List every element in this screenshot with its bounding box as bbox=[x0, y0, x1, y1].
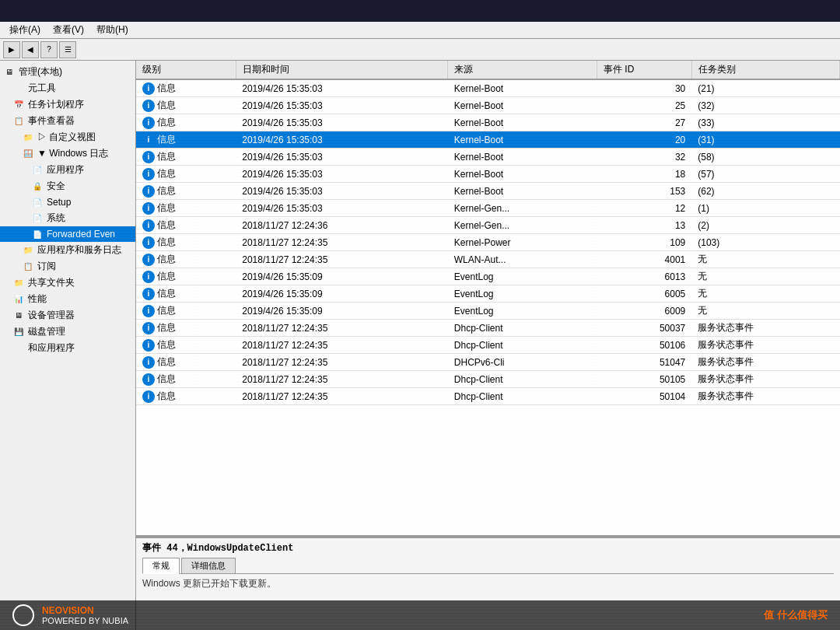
table-row[interactable]: i 信息2019/4/26 15:35:09EventLog6013无 bbox=[136, 268, 840, 285]
menu-item-view[interactable]: 查看(V) bbox=[47, 22, 90, 38]
watermark-left: NEOVISION POWERED BY NUBIA bbox=[12, 604, 128, 626]
cell-eventid: 32 bbox=[597, 149, 692, 166]
watermark-brand: NEOVISION bbox=[42, 605, 128, 616]
cell-category: (2) bbox=[691, 217, 839, 234]
subscription-icon: 📋 bbox=[22, 261, 34, 273]
col-header-source[interactable]: 来源 bbox=[448, 61, 597, 79]
table-row[interactable]: i 信息2019/4/26 15:35:03Kernel-Boot153(62) bbox=[136, 183, 840, 200]
col-header-eventid[interactable]: 事件 ID bbox=[597, 61, 692, 79]
forwarded-icon: 📄 bbox=[31, 228, 44, 240]
sidebar-item-forwarded[interactable]: 📄 Forwarded Even bbox=[0, 226, 135, 242]
sidebar-item-apps[interactable]: 和应用程序 bbox=[0, 340, 135, 356]
sidebar-item-event-viewer[interactable]: 📋 事件查看器 bbox=[0, 113, 135, 129]
cell-category: 服务状态事件 bbox=[691, 371, 839, 388]
cell-datetime: 2019/4/26 15:35:09 bbox=[236, 303, 448, 320]
sidebar-item-setup[interactable]: 📄 Setup bbox=[0, 194, 135, 210]
watermark-bar: NEOVISION POWERED BY NUBIA 值 什么值得买 bbox=[0, 600, 840, 630]
sidebar-item-shared-folder[interactable]: 📁 共享文件夹 bbox=[0, 275, 135, 291]
windows-log-icon: 🪟 bbox=[22, 148, 34, 160]
cell-eventid: 27 bbox=[597, 114, 692, 131]
sidebar-item-windows-log[interactable]: 🪟 ▼ Windows 日志 bbox=[0, 145, 135, 162]
sidebar-item-app-service-log[interactable]: 📁 应用程序和服务日志 bbox=[0, 242, 135, 258]
table-row[interactable]: i 信息2019/4/26 15:35:03Kernel-Boot18(57) bbox=[136, 166, 840, 183]
toolbar-btn-3[interactable]: ? bbox=[40, 41, 58, 58]
table-row[interactable]: i 信息2019/4/26 15:35:03Kernel-Boot27(33) bbox=[136, 114, 840, 131]
cell-datetime: 2019/4/26 15:35:03 bbox=[236, 131, 448, 149]
table-row[interactable]: i 信息2018/11/27 12:24:36Kernel-Gen...13(2… bbox=[136, 217, 840, 234]
cell-level: i 信息 bbox=[136, 285, 236, 303]
table-row[interactable]: i 信息2019/4/26 15:35:03Kernel-Boot25(32) bbox=[136, 97, 840, 114]
cell-eventid: 18 bbox=[597, 166, 692, 183]
table-row[interactable]: i 信息2018/11/27 12:24:35Dhcp-Client50104服… bbox=[136, 388, 840, 405]
security-icon: 🔒 bbox=[31, 180, 44, 193]
sidebar-item-application[interactable]: 📄 应用程序 bbox=[0, 162, 135, 178]
col-header-level[interactable]: 级别 bbox=[136, 61, 236, 79]
table-row[interactable]: i 信息2019/4/26 15:35:03Kernel-Boot30(21) bbox=[136, 79, 840, 97]
table-row[interactable]: i 信息2019/4/26 15:35:03Kernel-Boot32(58) bbox=[136, 149, 840, 166]
table-row[interactable]: i 信息2018/11/27 12:24:35WLAN-Aut...4001无 bbox=[136, 251, 840, 268]
tools-icon bbox=[12, 82, 25, 95]
table-row[interactable]: i 信息2019/4/26 15:35:03Kernel-Boot20(31) bbox=[136, 131, 840, 149]
sidebar-item-task-scheduler[interactable]: 📅 任务计划程序 bbox=[0, 96, 135, 113]
tab-general[interactable]: 常规 bbox=[142, 558, 180, 574]
info-icon: i bbox=[142, 254, 155, 266]
event-table[interactable]: 级别 日期和时间 来源 事件 ID 任务类别 i 信息2019/4/26 15:… bbox=[136, 61, 840, 537]
cell-datetime: 2018/11/27 12:24:35 bbox=[236, 320, 448, 337]
cell-category: (58) bbox=[691, 149, 839, 166]
sidebar-item-tools[interactable]: 元工具 bbox=[0, 80, 135, 96]
table-row[interactable]: i 信息2019/4/26 15:35:03Kernel-Gen...12(1) bbox=[136, 200, 840, 217]
menu-item-action[interactable]: 操作(A) bbox=[3, 22, 47, 38]
table-row[interactable]: i 信息2018/11/27 12:24:35Kernel-Power109(1… bbox=[136, 234, 840, 251]
custom-view-icon: 📁 bbox=[22, 131, 34, 144]
sidebar-item-performance[interactable]: 📊 性能 bbox=[0, 291, 135, 307]
cell-datetime: 2019/4/26 15:35:03 bbox=[236, 183, 448, 200]
info-icon: i bbox=[142, 82, 155, 95]
cell-source: Kernel-Boot bbox=[448, 79, 597, 97]
event-detail-content: Windows 更新已开始下载更新。 bbox=[142, 577, 834, 590]
table-row[interactable]: i 信息2018/11/27 12:24:35Dhcp-Client50105服… bbox=[136, 371, 840, 388]
sidebar-item-system[interactable]: 📄 系统 bbox=[0, 210, 135, 226]
sidebar-item-custom-view[interactable]: 📁 ▷ 自定义视图 bbox=[0, 129, 135, 145]
info-icon: i bbox=[142, 151, 155, 163]
cell-source: DHCPv6-Cli bbox=[448, 354, 597, 371]
table-row[interactable]: i 信息2019/4/26 15:35:09EventLog6005无 bbox=[136, 285, 840, 303]
sidebar-item-security[interactable]: 🔒 安全 bbox=[0, 178, 135, 194]
cell-datetime: 2018/11/27 12:24:36 bbox=[236, 217, 448, 234]
info-icon: i bbox=[142, 373, 155, 386]
table-row[interactable]: i 信息2018/11/27 12:24:35Dhcp-Client50037服… bbox=[136, 320, 840, 337]
level-text: 信息 bbox=[155, 117, 176, 128]
cell-eventid: 6005 bbox=[597, 285, 692, 303]
col-header-category[interactable]: 任务类别 bbox=[691, 61, 839, 79]
cell-category: (33) bbox=[691, 114, 839, 131]
sidebar-item-subscription[interactable]: 📋 订阅 bbox=[0, 258, 135, 275]
cell-level: i 信息 bbox=[136, 166, 236, 183]
sidebar-item-root[interactable]: 🖥 管理(本地) bbox=[0, 64, 135, 80]
cell-eventid: 25 bbox=[597, 97, 692, 114]
cell-level: i 信息 bbox=[136, 79, 236, 97]
toolbar-btn-2[interactable]: ◀ bbox=[22, 41, 39, 58]
level-text: 信息 bbox=[155, 202, 176, 213]
tab-details[interactable]: 详细信息 bbox=[181, 558, 236, 573]
info-icon: i bbox=[142, 236, 155, 249]
table-row[interactable]: i 信息2018/11/27 12:24:35DHCPv6-Cli51047服务… bbox=[136, 354, 840, 371]
menu-item-help[interactable]: 帮助(H) bbox=[90, 22, 135, 38]
level-text: 信息 bbox=[155, 339, 176, 350]
cell-source: Kernel-Boot bbox=[448, 131, 597, 149]
table-row[interactable]: i 信息2018/11/27 12:24:35Dhcp-Client50106服… bbox=[136, 337, 840, 354]
table-row[interactable]: i 信息2019/4/26 15:35:09EventLog6009无 bbox=[136, 303, 840, 320]
cell-datetime: 2019/4/26 15:35:03 bbox=[236, 200, 448, 217]
level-text: 信息 bbox=[155, 305, 176, 316]
level-text: 信息 bbox=[155, 100, 176, 110]
sidebar-item-device-manager[interactable]: 🖥 设备管理器 bbox=[0, 307, 135, 324]
watermark-text-block: NEOVISION POWERED BY NUBIA bbox=[42, 605, 128, 625]
cell-category: (1) bbox=[691, 200, 839, 217]
toolbar-btn-4[interactable]: ☰ bbox=[59, 41, 76, 58]
cell-level: i 信息 bbox=[136, 354, 236, 371]
info-icon: i bbox=[142, 288, 155, 300]
sidebar-item-disk-management[interactable]: 💾 磁盘管理 bbox=[0, 324, 135, 340]
toolbar-btn-1[interactable]: ▶ bbox=[3, 41, 20, 58]
col-header-datetime[interactable]: 日期和时间 bbox=[236, 61, 448, 79]
cell-category: (32) bbox=[691, 97, 839, 114]
cell-source: Dhcp-Client bbox=[448, 388, 597, 405]
cell-level: i 信息 bbox=[136, 388, 236, 405]
